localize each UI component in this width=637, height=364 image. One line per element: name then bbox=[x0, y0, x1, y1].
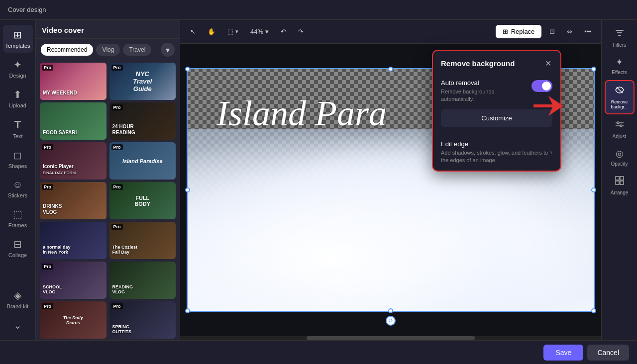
crop-button[interactable]: ⊡ bbox=[545, 25, 559, 38]
sidebar-label-frames: Frames bbox=[8, 222, 27, 228]
template-text-10: The CoziestFall Day bbox=[112, 245, 138, 256]
frame-tool-button[interactable]: ⬚ ▾ bbox=[223, 25, 242, 38]
sidebar-item-text[interactable]: T Text bbox=[3, 114, 33, 143]
zoom-button[interactable]: 44% ▾ bbox=[246, 25, 273, 38]
template-text-14: SPRINGOUTFITS bbox=[112, 324, 132, 335]
template-text-3: FOOD SAFARI bbox=[43, 130, 77, 136]
collage-icon: ⊟ bbox=[13, 238, 22, 250]
adjust-icon bbox=[615, 119, 625, 132]
template-card-6[interactable]: Pro Island Paradise bbox=[109, 142, 176, 180]
scrollbar-thumb[interactable] bbox=[307, 336, 475, 340]
sidebar-label-stickers: Stickers bbox=[8, 192, 27, 198]
sidebar-label-design: Design bbox=[9, 73, 26, 79]
right-sidebar-effects[interactable]: ✦ Effects bbox=[605, 53, 635, 79]
sidebar-item-shapes[interactable]: ◻ Shapes bbox=[3, 145, 33, 173]
sidebar-label-collage: Collage bbox=[8, 252, 27, 258]
right-sidebar-adjust[interactable]: Adjust bbox=[605, 115, 635, 143]
stickers-icon: ☺ bbox=[12, 179, 22, 190]
more-icon: ⌄ bbox=[13, 319, 22, 331]
template-card-2[interactable]: Pro NYCTravelGuide bbox=[109, 63, 176, 100]
filter-recommended[interactable]: Recommended bbox=[41, 44, 93, 56]
adjust-label: Adjust bbox=[613, 134, 627, 139]
sidebar-label-shapes: Shapes bbox=[8, 163, 27, 169]
remove-bg-icon bbox=[615, 85, 625, 97]
more-options-button[interactable]: ••• bbox=[580, 25, 595, 38]
auto-removal-toggle[interactable] bbox=[531, 80, 552, 92]
sidebar-item-stickers[interactable]: ☺ Stickers bbox=[3, 175, 33, 202]
filters-label: Filters bbox=[613, 42, 626, 48]
pro-badge: Pro bbox=[111, 104, 123, 110]
template-card-10[interactable]: Pro The CoziestFall Day bbox=[109, 222, 176, 259]
template-text-13: The DailyDiares bbox=[40, 301, 106, 339]
templates-panel-header: Video cover bbox=[36, 20, 180, 39]
right-sidebar-opacity[interactable]: ◎ Opacity bbox=[605, 144, 635, 171]
sidebar-item-frames[interactable]: ⬚ Frames bbox=[3, 204, 33, 232]
template-text-7: DRINKSVLOG bbox=[43, 203, 62, 215]
auto-removal-text: Auto removal Remove backgrounds automati… bbox=[441, 79, 526, 103]
filter-travel[interactable]: Travel bbox=[123, 44, 151, 56]
handle-rotate[interactable]: ↺ bbox=[386, 316, 396, 326]
undo-icon: ↶ bbox=[281, 28, 286, 35]
right-sidebar-filters[interactable]: Filters bbox=[605, 24, 635, 52]
sidebar-item-brand[interactable]: ◈ Brand kit bbox=[3, 285, 33, 313]
red-arrow bbox=[533, 93, 563, 118]
template-text-8: FULLBODY bbox=[109, 182, 176, 219]
sidebar-item-templates[interactable]: ⊞ Templates bbox=[3, 25, 33, 53]
filter-vlog[interactable]: Vlog bbox=[96, 44, 120, 56]
sidebar-item-upload[interactable]: ⬆ Upload bbox=[3, 85, 33, 112]
cancel-button[interactable]: Cancel bbox=[587, 345, 629, 361]
pro-badge: Pro bbox=[111, 303, 123, 309]
sidebar-item-collage[interactable]: ⊟ Collage bbox=[3, 234, 33, 262]
template-card-3[interactable]: FOOD SAFARI bbox=[40, 102, 106, 140]
template-card-1[interactable]: Pro MY WEEKEND bbox=[40, 63, 106, 100]
sidebar-label-brand: Brand kit bbox=[7, 303, 28, 309]
template-text-1: MY WEEKEND bbox=[43, 90, 77, 96]
replace-button[interactable]: ⊞ Replace bbox=[496, 25, 542, 38]
main-layout: ⊞ Templates ✦ Design ⬆ Upload T Text ◻ S… bbox=[0, 20, 637, 340]
left-sidebar: ⊞ Templates ✦ Design ⬆ Upload T Text ◻ S… bbox=[0, 20, 36, 340]
sidebar-item-design[interactable]: ✦ Design bbox=[3, 55, 33, 83]
template-card-4[interactable]: Pro 24 HOURREADING bbox=[109, 102, 176, 140]
upload-icon: ⬆ bbox=[13, 89, 22, 100]
template-text-5: Iconic PlayerFINAL DAY FORM bbox=[43, 164, 76, 176]
pro-badge: Pro bbox=[42, 144, 53, 150]
template-card-8[interactable]: Pro FULLBODY bbox=[109, 182, 176, 219]
arrange-label: Arrange bbox=[611, 190, 629, 195]
sidebar-item-more[interactable]: ⌄ bbox=[3, 315, 33, 335]
template-card-11[interactable]: Pro SCHOOLVLOG bbox=[40, 262, 106, 299]
canvas-scrollbar[interactable] bbox=[180, 336, 601, 340]
edit-edge-title: Edit edge bbox=[441, 140, 550, 148]
templates-panel: Video cover Recommended Vlog Travel ▾ Pr… bbox=[36, 20, 180, 340]
cursor-tool-button[interactable]: ↖ bbox=[186, 25, 200, 38]
redo-icon: ↷ bbox=[298, 28, 304, 35]
save-button[interactable]: Save bbox=[543, 345, 583, 361]
redo-button[interactable]: ↷ bbox=[294, 25, 308, 38]
template-card-12[interactable]: READINGVLOG bbox=[109, 262, 176, 299]
frame-label: ▾ bbox=[235, 28, 238, 35]
flip-button[interactable]: ⇔ bbox=[563, 25, 576, 38]
zoom-level: 44% bbox=[250, 28, 263, 35]
template-card-9[interactable]: a normal dayin New York bbox=[40, 222, 106, 259]
right-sidebar-arrange[interactable]: Arrange bbox=[605, 172, 635, 199]
hand-tool-button[interactable]: ✋ bbox=[204, 25, 219, 38]
svg-rect-12 bbox=[620, 177, 624, 180]
undo-button[interactable]: ↶ bbox=[277, 25, 290, 38]
template-text-2: NYCTravelGuide bbox=[109, 63, 176, 100]
filter-more-button[interactable]: ▾ bbox=[161, 43, 175, 57]
svg-point-5 bbox=[617, 122, 619, 124]
svg-rect-2 bbox=[617, 32, 622, 33]
edit-edge-section[interactable]: Edit edge Add shadows, strokes, glow, an… bbox=[433, 134, 560, 171]
template-card-5[interactable]: Pro Iconic PlayerFINAL DAY FORM bbox=[40, 142, 106, 180]
crop-icon: ⊡ bbox=[549, 28, 555, 35]
templates-filters: Recommended Vlog Travel ▾ bbox=[36, 39, 180, 61]
effects-label: Effects bbox=[612, 70, 627, 75]
template-card-13[interactable]: Pro The DailyDiares bbox=[40, 301, 106, 339]
frames-icon: ⬚ bbox=[13, 208, 22, 220]
effects-icon: ✦ bbox=[616, 57, 623, 68]
remove-bg-label: Removebackgr... bbox=[611, 99, 628, 109]
panel-close-button[interactable]: ✕ bbox=[544, 58, 552, 69]
right-sidebar-remove-bg[interactable]: Removebackgr... bbox=[605, 80, 635, 114]
template-card-7[interactable]: Pro DRINKSVLOG bbox=[40, 182, 106, 219]
template-card-14[interactable]: Pro SPRINGOUTFITS bbox=[109, 301, 176, 339]
templates-header-title: Video cover bbox=[42, 26, 84, 34]
